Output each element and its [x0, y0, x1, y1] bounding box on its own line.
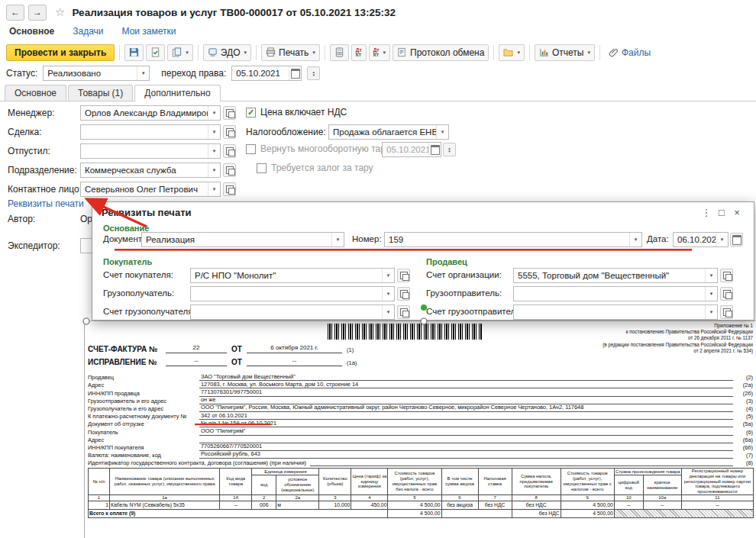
org-account-open-button[interactable]: [720, 269, 733, 282]
consignee-open-button[interactable]: [397, 287, 410, 301]
document-tabs: Основное Товары (1) Дополнительно: [0, 83, 756, 101]
spinner-icon: ▴▾: [448, 147, 451, 153]
chevron-down-icon[interactable]: ▾: [436, 125, 448, 139]
document-field[interactable]: Реализация ▾: [141, 232, 344, 247]
tab-additional[interactable]: Дополнительно: [134, 85, 220, 101]
date-spinner[interactable]: ▴▾: [307, 66, 320, 80]
buyer-section-title: Покупатель: [103, 257, 152, 266]
chevron-down-icon[interactable]: ▾: [705, 287, 717, 301]
status-select[interactable]: Реализовано ▾: [43, 66, 150, 81]
back-button[interactable]: ←: [6, 5, 24, 21]
chevron-down-icon[interactable]: ▾: [208, 106, 220, 120]
tab-main[interactable]: Основное: [5, 85, 66, 101]
chevron-down-icon[interactable]: ▾: [208, 125, 220, 139]
calendar-button[interactable]: [428, 143, 441, 156]
date-value: 06.10.2021: [674, 235, 716, 244]
date-calendar-button[interactable]: [730, 233, 743, 246]
post-document-icon: [150, 47, 160, 57]
invoice-number: 22: [166, 344, 227, 353]
open-icon: [400, 308, 408, 316]
tab-goods[interactable]: Товары (1): [68, 85, 133, 101]
nav-tab-tasks[interactable]: Задачи: [73, 26, 103, 37]
create-based-on-button[interactable]: ▾: [167, 44, 193, 61]
tare-date-spinner[interactable]: ▴▾: [443, 143, 456, 156]
maximize-icon[interactable]: □: [714, 207, 729, 218]
chevron-down-icon[interactable]: ▾: [208, 163, 220, 177]
post-and-close-button[interactable]: Провести и закрыть: [6, 44, 115, 61]
print-details-link[interactable]: Реквизиты печати: [8, 198, 84, 209]
dialog-header[interactable]: Реквизиты печати ⋮ □ ×: [92, 202, 754, 222]
nav-tabs: Основное Задачи Мои заметки: [0, 22, 756, 40]
released-by-open-button[interactable]: [223, 144, 236, 158]
nav-tab-main[interactable]: Основное: [9, 26, 54, 37]
dropdown-icon: ▾: [186, 50, 189, 56]
files-button[interactable]: Файлы: [605, 44, 654, 61]
dtkt-reports-button[interactable]: ДтКт▾: [369, 44, 390, 61]
exchange-protocol-label: Протокол обмена: [410, 47, 484, 58]
shipper-account-field[interactable]: ▾: [513, 304, 718, 320]
chevron-down-icon[interactable]: ▾: [382, 269, 394, 282]
consignee-account-field[interactable]: ▾: [190, 304, 395, 320]
favorite-star-icon[interactable]: ☆: [55, 5, 65, 19]
row-num: (2): [733, 374, 753, 381]
row-label: ИНН/КПП покупателя: [88, 444, 199, 451]
exchange-folder-button[interactable]: ▾: [499, 44, 525, 61]
taxation-label: Налогообложение:: [246, 127, 326, 137]
manager-open-button[interactable]: [223, 106, 236, 120]
buyer-account-open-button[interactable]: [397, 269, 410, 282]
edo-button[interactable]: ЭДО▾: [203, 44, 251, 61]
date-field[interactable]: 06.10.2021 ▾: [673, 232, 729, 247]
contact-field[interactable]: Северьянов Олег Петрович ▾: [80, 182, 221, 197]
barcode: [328, 324, 482, 340]
shipper-open-button[interactable]: [720, 287, 733, 301]
tare-date-field[interactable]: 05.10.2021: [382, 142, 441, 157]
taxation-field[interactable]: Продажа облагается ЕНВД ▾: [328, 124, 449, 140]
status-row: Статус: Реализовано ▾ переход права: 05.…: [0, 64, 756, 82]
number-value: 159: [385, 235, 629, 244]
chevron-down-icon[interactable]: ▾: [382, 287, 394, 301]
row-num: (8): [733, 459, 753, 466]
manager-field[interactable]: Орлов Александр Владимирович ▾: [80, 105, 221, 121]
vat-included-checkbox[interactable]: ✓: [246, 108, 256, 118]
close-icon[interactable]: ×: [729, 207, 745, 218]
chevron-down-icon[interactable]: ▾: [705, 269, 717, 282]
chevron-down-icon[interactable]: ▾: [382, 305, 394, 319]
org-account-field[interactable]: 5555, Торговый дом "Вещественный" ▾: [513, 268, 718, 283]
forward-button[interactable]: →: [28, 5, 47, 21]
deal-field[interactable]: ▾: [80, 124, 221, 140]
number-field[interactable]: 159 ▾: [384, 232, 642, 247]
chevron-down-icon[interactable]: ▾: [705, 305, 717, 319]
buyer-account-field[interactable]: Р/С НПО "Монолит" ▾: [190, 268, 395, 283]
department-open-button[interactable]: [223, 163, 236, 177]
reports-button[interactable]: Отчеты▾: [535, 44, 595, 61]
chevron-down-icon[interactable]: ▾: [208, 182, 220, 196]
more-menu-icon[interactable]: ⋮: [699, 207, 714, 218]
chevron-down-icon[interactable]: ▾: [208, 144, 220, 158]
contact-open-button[interactable]: [223, 182, 236, 196]
exchange-protocol-button[interactable]: Протокол обмена: [393, 44, 489, 61]
chevron-down-icon[interactable]: ▾: [716, 233, 728, 246]
chevron-down-icon[interactable]: ▾: [331, 233, 344, 246]
buyer-account-label: Счет покупателя:: [103, 270, 173, 279]
shipper-field[interactable]: ▾: [513, 286, 718, 301]
transfer-date-field[interactable]: 05.10.2021: [231, 66, 302, 81]
tare-deposit-checkbox[interactable]: [257, 163, 267, 173]
chevron-down-icon[interactable]: ▾: [629, 233, 641, 246]
deal-open-button[interactable]: [223, 125, 236, 139]
nav-tab-notes[interactable]: Мои заметки: [122, 26, 176, 37]
dtkt-button[interactable]: ДтКт: [351, 44, 367, 61]
save-button[interactable]: [124, 44, 144, 61]
chevron-down-icon[interactable]: ▾: [137, 66, 149, 80]
separator: [493, 45, 494, 60]
department-field[interactable]: Коммерческая служба ▾: [80, 163, 221, 178]
calculator-button[interactable]: [330, 44, 349, 61]
consignee-field[interactable]: ▾: [190, 286, 395, 301]
post-button[interactable]: [146, 44, 165, 61]
invoice-row: Грузоотправитель и его адресон же(3): [88, 397, 753, 404]
consignee-account-open-button[interactable]: [397, 305, 410, 319]
released-by-field[interactable]: ▾: [80, 143, 221, 159]
shipper-account-open-button[interactable]: [720, 305, 733, 319]
return-tare-checkbox[interactable]: [246, 144, 256, 154]
print-button[interactable]: Печать▾: [261, 44, 320, 61]
calendar-button[interactable]: [289, 66, 301, 80]
